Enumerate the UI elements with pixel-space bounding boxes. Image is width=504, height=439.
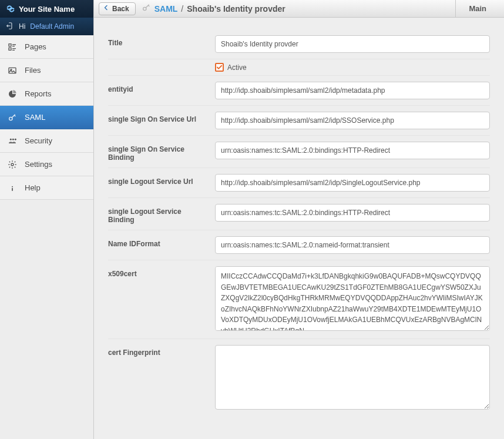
info-icon (7, 183, 18, 193)
nameid-label: Name IDFormat (108, 236, 215, 248)
row-slo-url: single Logout Service Url (108, 167, 490, 197)
sidebar-item-settings[interactable]: Settings (0, 153, 93, 176)
sso-url-input[interactable] (215, 112, 490, 129)
x509-textarea[interactable] (215, 266, 490, 331)
topbar: Back SAML / Shoaib's Identity provder Ma… (94, 0, 504, 18)
sidebar-item-label: Help (25, 183, 41, 192)
breadcrumb-separator: / (181, 4, 183, 14)
primary-nav: Pages Files Reports SAML (0, 35, 93, 200)
key-icon (7, 112, 18, 123)
svg-point-8 (11, 163, 14, 166)
entityid-label: entityid (108, 82, 215, 93)
svg-rect-0 (9, 43, 11, 46)
nameid-input[interactable] (215, 236, 490, 254)
slo-binding-label: single Logout Service Binding (108, 204, 215, 224)
sidebar-item-saml[interactable]: SAML (0, 106, 93, 129)
row-active: Active (108, 59, 490, 75)
sidebar-item-reports[interactable]: Reports (0, 82, 93, 106)
breadcrumb-root[interactable]: SAML (154, 4, 178, 14)
main-panel: Back SAML / Shoaib's Identity provder Ma… (94, 0, 504, 439)
sidebar-item-label: Files (25, 66, 41, 75)
fingerprint-label: cert Fingerprint (108, 345, 215, 357)
row-x509: x509cert (108, 260, 490, 339)
back-button-label: Back (112, 5, 129, 13)
svg-point-6 (12, 138, 14, 140)
row-entityid: entityid (108, 75, 490, 105)
user-bar: Hi Default Admin (0, 18, 93, 35)
sidebar-item-label: Pages (25, 42, 46, 51)
title-label: Title (108, 35, 215, 47)
greeting-text: Hi (19, 22, 25, 31)
fingerprint-textarea[interactable] (215, 345, 490, 410)
logout-icon[interactable] (6, 22, 14, 32)
sidebar-item-label: Settings (25, 160, 52, 169)
title-input[interactable] (215, 35, 490, 53)
pie-chart-icon (7, 89, 18, 99)
gear-icon (7, 159, 18, 170)
brand-logo-icon (6, 4, 15, 14)
key-icon (142, 3, 151, 14)
pages-icon (7, 42, 18, 52)
row-fingerprint: cert Fingerprint (108, 339, 490, 417)
slo-binding-input[interactable] (215, 204, 490, 222)
svg-rect-1 (9, 48, 11, 50)
sidebar-item-help[interactable]: Help (0, 176, 93, 200)
svg-point-5 (10, 138, 12, 140)
breadcrumb: SAML / Shoaib's Identity provder (142, 3, 285, 14)
tab-main[interactable]: Main (455, 0, 499, 18)
slo-url-label: single Logout Service Url (108, 174, 215, 186)
svg-point-9 (143, 7, 146, 10)
sidebar: Your Site Name Hi Default Admin Pages Fi… (0, 0, 94, 439)
sidebar-item-label: SAML (25, 113, 45, 122)
svg-point-7 (15, 138, 16, 140)
slo-url-input[interactable] (215, 174, 490, 192)
brand-bar: Your Site Name (0, 0, 93, 18)
sidebar-item-label: Security (25, 136, 52, 145)
row-sso-binding: single Sign On Service Binding (108, 135, 490, 167)
sso-url-label: single Sign On Service Url (108, 112, 215, 123)
people-icon (7, 136, 18, 146)
sidebar-item-label: Reports (25, 89, 52, 98)
sso-binding-input[interactable] (215, 142, 490, 159)
back-button[interactable]: Back (99, 2, 136, 15)
row-slo-binding: single Logout Service Binding (108, 197, 490, 230)
arrow-left-icon (103, 4, 110, 13)
user-name-link[interactable]: Default Admin (30, 22, 74, 31)
svg-point-4 (9, 117, 12, 120)
x509-label: x509cert (108, 266, 215, 278)
sso-binding-label: single Sign On Service Binding (108, 142, 215, 162)
breadcrumb-leaf: Shoaib's Identity provder (187, 4, 285, 14)
image-icon (7, 65, 18, 76)
site-name: Your Site Name (19, 5, 75, 14)
entityid-input[interactable] (215, 82, 490, 99)
row-nameid: Name IDFormat (108, 230, 490, 260)
content-area: Title Active entityid (94, 18, 504, 439)
sidebar-item-files[interactable]: Files (0, 59, 93, 82)
active-label: Active (227, 63, 247, 72)
sidebar-item-pages[interactable]: Pages (0, 35, 93, 59)
active-checkbox[interactable] (215, 63, 224, 72)
row-title: Title (108, 29, 490, 59)
saml-form: Title Active entityid (108, 29, 490, 417)
row-sso-url: single Sign On Service Url (108, 105, 490, 135)
sidebar-item-security[interactable]: Security (0, 129, 93, 153)
